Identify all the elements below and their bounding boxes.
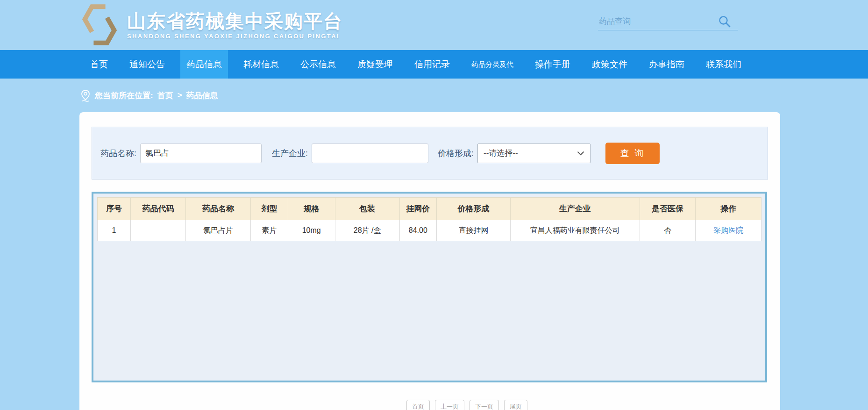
breadcrumb-current: 药品信息 — [186, 90, 218, 101]
nav-item[interactable]: 耗材信息 — [237, 50, 285, 79]
table-cell: 否 — [640, 220, 695, 241]
page-prev-button[interactable]: 上一页 — [435, 400, 464, 410]
results-table-container: 序号药品代码药品名称剂型规格包装挂网价价格形成生产企业是否医保操作 1氯巴占片素… — [92, 192, 767, 382]
nav-item[interactable]: 政策文件 — [586, 50, 633, 79]
table-header-cell: 生产企业 — [510, 198, 640, 220]
price-type-label: 价格形成: — [438, 148, 474, 159]
table-header-cell: 价格形成 — [437, 198, 511, 220]
breadcrumb: 您当前所在位置: 首页 > 药品信息 — [80, 79, 218, 112]
table-header-cell: 包装 — [335, 198, 399, 220]
page-last-button[interactable]: 尾页 — [504, 400, 527, 410]
nav-item[interactable]: 通知公告 — [123, 50, 171, 79]
main-nav: 首页通知公告药品信息耗材信息公示信息质疑受理信用记录药品分类及代操作手册政策文件… — [0, 50, 868, 79]
manufacturer-input[interactable] — [312, 144, 428, 163]
purchase-hospital-link[interactable]: 采购医院 — [713, 226, 743, 234]
header-search — [598, 13, 738, 30]
filter-panel: 药品名称: 生产企业: 价格形成: --请选择-- 查 询 — [92, 127, 768, 180]
page-next-button[interactable]: 下一页 — [470, 400, 499, 410]
nav-item-active[interactable]: 药品信息 — [180, 50, 228, 79]
manufacturer-label: 生产企业: — [272, 148, 308, 159]
table-header-cell: 药品名称 — [185, 198, 250, 220]
table-header-cell: 挂网价 — [399, 198, 437, 220]
drug-name-input[interactable] — [140, 144, 262, 163]
results-table: 序号药品代码药品名称剂型规格包装挂网价价格形成生产企业是否医保操作 1氯巴占片素… — [97, 197, 761, 241]
chevron-down-icon — [577, 151, 584, 156]
table-cell: 28片 /盒 — [335, 220, 399, 241]
pagination: 首页上一页下一页尾页 — [406, 400, 527, 410]
site-title: 山东省药械集中采购平台 — [127, 10, 343, 32]
table-cell — [131, 220, 186, 241]
page-first-button[interactable]: 首页 — [406, 400, 430, 410]
table-cell: 1 — [98, 220, 131, 241]
nav-item[interactable]: 信用记录 — [408, 50, 456, 79]
nav-items: 首页通知公告药品信息耗材信息公示信息质疑受理信用记录药品分类及代操作手册政策文件… — [84, 50, 747, 79]
site-subtitle: SHANDONG SHENG YAOXIE JIZHONG CAIGOU PIN… — [127, 33, 343, 40]
table-header-row: 序号药品代码药品名称剂型规格包装挂网价价格形成生产企业是否医保操作 — [98, 198, 761, 220]
table-header-cell: 药品代码 — [131, 198, 186, 220]
breadcrumb-home-link[interactable]: 首页 — [157, 90, 173, 101]
nav-item[interactable]: 办事指南 — [643, 50, 690, 79]
nav-item[interactable]: 药品分类及代 — [465, 50, 519, 79]
header-search-input[interactable] — [598, 16, 718, 27]
table-row: 1氯巴占片素片10mg28片 /盒84.00直接挂网宜昌人福药业有限责任公司否采… — [98, 220, 761, 241]
main-panel: 药品名称: 生产企业: 价格形成: --请选择-- 查 询 序号药品代码药品名称… — [79, 112, 780, 410]
table-cell-action: 采购医院 — [696, 220, 761, 241]
table-cell: 84.00 — [399, 220, 437, 241]
table-header-cell: 剂型 — [251, 198, 288, 220]
table-header-cell: 操作 — [696, 198, 761, 220]
breadcrumb-prefix: 您当前所在位置: — [95, 90, 153, 101]
logo-text: 山东省药械集中采购平台 SHANDONG SHENG YAOXIE JIZHON… — [127, 10, 343, 40]
table-cell: 10mg — [288, 220, 335, 241]
logo-icon — [78, 4, 121, 46]
table-header-cell: 是否医保 — [640, 198, 695, 220]
table-header-cell: 规格 — [288, 198, 335, 220]
query-button[interactable]: 查 询 — [605, 143, 660, 164]
table-cell: 直接挂网 — [437, 220, 511, 241]
nav-item[interactable]: 公示信息 — [294, 50, 342, 79]
table-cell: 宜昌人福药业有限责任公司 — [510, 220, 640, 241]
table-header-cell: 序号 — [98, 198, 131, 220]
nav-item[interactable]: 操作手册 — [529, 50, 576, 79]
breadcrumb-separator: > — [178, 91, 182, 100]
top-header: 山东省药械集中采购平台 SHANDONG SHENG YAOXIE JIZHON… — [0, 0, 868, 50]
nav-item[interactable]: 首页 — [84, 50, 114, 79]
site-logo: 山东省药械集中采购平台 SHANDONG SHENG YAOXIE JIZHON… — [78, 4, 343, 46]
nav-item[interactable]: 质疑受理 — [351, 50, 399, 79]
drug-name-label: 药品名称: — [100, 148, 136, 159]
nav-item[interactable]: 联系我们 — [700, 50, 747, 79]
search-icon[interactable] — [718, 14, 732, 29]
page: 山东省药械集中采购平台 SHANDONG SHENG YAOXIE JIZHON… — [0, 0, 868, 410]
location-pin-icon — [80, 89, 91, 102]
price-type-select[interactable]: --请选择-- — [477, 144, 591, 163]
price-type-selected-value: --请选择-- — [484, 148, 518, 158]
table-cell: 氯巴占片 — [185, 220, 250, 241]
table-cell: 素片 — [251, 220, 288, 241]
